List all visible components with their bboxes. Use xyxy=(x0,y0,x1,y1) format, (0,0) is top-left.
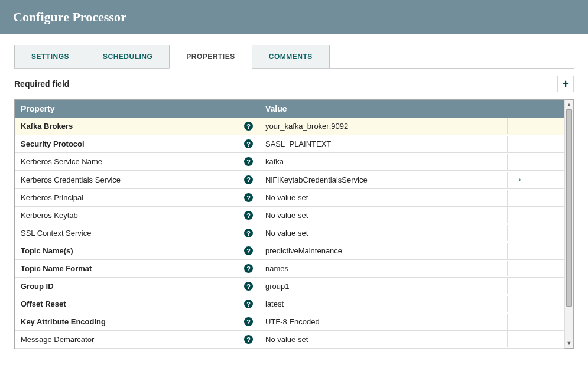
extra-cell xyxy=(508,158,564,165)
dialog-body: SETTINGSSCHEDULINGPROPERTIESCOMMENTS Req… xyxy=(0,34,588,349)
property-cell: Offset Reset? xyxy=(15,296,259,312)
table-row[interactable]: Security Protocol?SASL_PLAINTEXT xyxy=(15,135,564,153)
extra-cell xyxy=(508,141,564,148)
extra-cell xyxy=(508,248,564,255)
properties-table-wrapper: Property Value Kafka Brokers?your_kafka_… xyxy=(14,99,574,349)
help-icon[interactable]: ? xyxy=(244,335,253,344)
extra-cell: → xyxy=(508,171,564,188)
extra-cell xyxy=(508,123,564,130)
property-name: SSL Context Service xyxy=(21,229,91,237)
table-row[interactable]: Kerberos Service Name?kafka xyxy=(15,153,564,171)
value-cell[interactable]: your_kafka_broker:9092 xyxy=(259,118,508,134)
value-cell[interactable]: predictiveMaintenance xyxy=(259,243,508,259)
help-icon[interactable]: ? xyxy=(244,300,253,308)
property-cell: Group ID? xyxy=(15,278,259,294)
header-value: Value xyxy=(259,100,508,118)
property-name: Security Protocol xyxy=(21,139,85,148)
property-name: Topic Name Format xyxy=(21,264,92,273)
table-row[interactable]: Message Demarcator?No value set xyxy=(15,331,564,349)
scroll-up-icon[interactable]: ▲ xyxy=(565,100,573,109)
help-icon[interactable]: ? xyxy=(244,211,253,220)
extra-cell xyxy=(508,301,564,308)
property-cell: Key Attribute Encoding? xyxy=(15,314,259,330)
value-cell[interactable]: group1 xyxy=(259,278,508,294)
help-icon[interactable]: ? xyxy=(244,122,253,131)
property-name: Kerberos Principal xyxy=(21,193,83,202)
property-name: Kerberos Credentials Service xyxy=(21,175,121,184)
property-cell: Security Protocol? xyxy=(15,136,259,152)
value-cell[interactable]: No value set xyxy=(259,190,508,206)
extra-cell xyxy=(508,230,564,237)
help-icon[interactable]: ? xyxy=(244,175,253,184)
property-name: Kerberos Service Name xyxy=(21,157,102,166)
extra-cell xyxy=(508,318,564,326)
table-header: Property Value xyxy=(15,100,564,118)
value-cell[interactable]: No value set xyxy=(259,225,508,241)
property-cell: Kerberos Keytab? xyxy=(15,207,259,223)
property-name: Group ID xyxy=(21,282,54,291)
property-name: Key Attribute Encoding xyxy=(21,317,106,326)
help-icon[interactable]: ? xyxy=(244,157,253,166)
help-icon[interactable]: ? xyxy=(244,317,253,326)
table-row[interactable]: Group ID?group1 xyxy=(15,278,564,295)
property-cell: Message Demarcator? xyxy=(15,331,259,347)
value-cell[interactable]: No value set xyxy=(259,207,508,223)
required-field-label: Required field xyxy=(14,79,69,89)
property-cell: Kerberos Service Name? xyxy=(15,154,259,170)
table-row[interactable]: SSL Context Service?No value set xyxy=(15,224,564,242)
header-extra xyxy=(508,100,564,118)
tab-settings[interactable]: SETTINGS xyxy=(14,45,86,68)
help-icon[interactable]: ? xyxy=(244,282,253,291)
property-name: Message Demarcator xyxy=(21,335,94,344)
table-row[interactable]: Kerberos Keytab?No value set xyxy=(15,207,564,224)
property-cell: Kafka Brokers? xyxy=(15,118,259,134)
property-name: Kerberos Keytab xyxy=(21,211,78,220)
value-cell[interactable]: SASL_PLAINTEXT xyxy=(259,136,508,152)
goto-arrow-icon[interactable]: → xyxy=(514,174,523,184)
extra-cell xyxy=(508,194,564,201)
tab-scheduling[interactable]: SCHEDULING xyxy=(86,45,170,68)
table-body: Kafka Brokers?your_kafka_broker:9092Secu… xyxy=(15,118,564,348)
scroll-track[interactable] xyxy=(565,109,573,339)
add-property-button[interactable]: + xyxy=(557,76,574,92)
value-cell[interactable]: names xyxy=(259,261,508,276)
table-row[interactable]: Topic Name Format?names xyxy=(15,260,564,278)
table-row[interactable]: Topic Name(s)?predictiveMaintenance xyxy=(15,242,564,260)
property-name: Kafka Brokers xyxy=(21,122,73,131)
table-row[interactable]: Key Attribute Encoding?UTF-8 Encoded xyxy=(15,313,564,331)
help-icon[interactable]: ? xyxy=(244,229,253,237)
properties-table: Property Value Kafka Brokers?your_kafka_… xyxy=(14,99,564,349)
tab-properties[interactable]: PROPERTIES xyxy=(169,45,252,69)
property-name: Offset Reset xyxy=(21,300,66,308)
property-cell: SSL Context Service? xyxy=(15,225,259,241)
property-name: Topic Name(s) xyxy=(21,246,73,255)
table-row[interactable]: Kafka Brokers?your_kafka_broker:9092 xyxy=(15,118,564,135)
property-cell: Topic Name Format? xyxy=(15,261,259,276)
tab-comments[interactable]: COMMENTS xyxy=(252,45,330,68)
extra-cell xyxy=(508,283,564,290)
value-cell[interactable]: latest xyxy=(259,296,508,312)
scroll-down-icon[interactable]: ▼ xyxy=(565,339,573,348)
help-icon[interactable]: ? xyxy=(244,246,253,255)
table-row[interactable]: Kerberos Credentials Service?NiFiKeytabC… xyxy=(15,171,564,189)
subheader-row: Required field + xyxy=(14,76,574,92)
extra-cell xyxy=(508,336,564,343)
header-property: Property xyxy=(15,100,259,118)
value-cell[interactable]: kafka xyxy=(259,154,508,170)
extra-cell xyxy=(508,265,564,272)
help-icon[interactable]: ? xyxy=(244,264,253,273)
table-row[interactable]: Kerberos Principal?No value set xyxy=(15,189,564,207)
help-icon[interactable]: ? xyxy=(244,193,253,202)
table-row[interactable]: Offset Reset?latest xyxy=(15,295,564,313)
scroll-thumb[interactable] xyxy=(566,109,572,307)
extra-cell xyxy=(508,212,564,219)
value-cell[interactable]: NiFiKeytabCredentialsService xyxy=(259,172,508,188)
property-cell: Kerberos Principal? xyxy=(15,190,259,206)
dialog-header: Configure Processor xyxy=(0,0,588,34)
value-cell[interactable]: UTF-8 Encoded xyxy=(259,314,508,330)
scrollbar[interactable]: ▲ ▼ xyxy=(564,99,574,349)
value-cell[interactable]: No value set xyxy=(259,331,508,347)
dialog-title: Configure Processor xyxy=(13,9,126,24)
property-cell: Kerberos Credentials Service? xyxy=(15,172,259,188)
help-icon[interactable]: ? xyxy=(244,139,253,148)
